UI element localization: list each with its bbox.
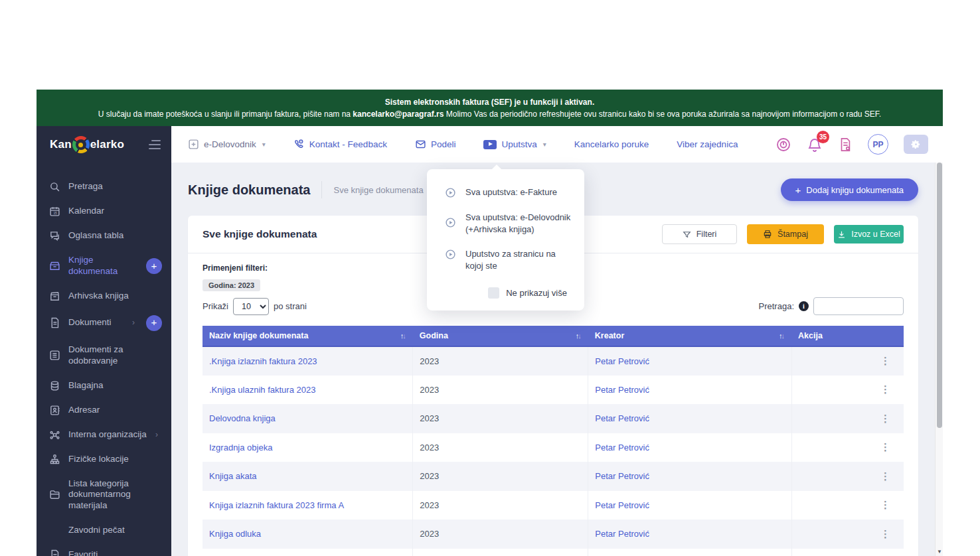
gear-icon	[911, 139, 921, 149]
row-actions-menu-icon[interactable]: ⋮	[880, 441, 891, 452]
row-actions-menu-icon[interactable]: ⋮	[880, 355, 891, 366]
plus-icon: +	[795, 184, 801, 196]
creator-link[interactable]: Petar Petrović	[595, 356, 649, 366]
sidebar-item-dokumenti-za-odobravanje[interactable]: Dokumenti za odobravanje	[37, 338, 171, 374]
top-navigation-bar: e-Delovodnik ▾ Kontakt - Feedback Podeli…	[171, 126, 943, 163]
settings-gear-button[interactable]	[904, 135, 928, 154]
book-name-link[interactable]: .Knjiga ulaznih faktura 2023	[209, 385, 315, 395]
filters-button[interactable]: Filteri	[662, 224, 737, 244]
app-logo[interactable]: Kan elarko	[50, 136, 124, 153]
sidebar-item-kalendar[interactable]: 15 Kalendar	[37, 199, 171, 224]
sort-icon[interactable]: ↑↓	[400, 332, 408, 340]
year-cell: 2023	[413, 376, 588, 405]
add-book-quick-button[interactable]: +	[146, 258, 162, 274]
book-name-link[interactable]: Knjiga odluka	[209, 529, 261, 539]
dropdown-item-uputstvo-stranica[interactable]: Uputstvo za stranicu na kojoj ste	[427, 242, 584, 278]
creator-link[interactable]: Petar Petrović	[595, 529, 649, 539]
notifications-bell-icon[interactable]: 35	[807, 137, 823, 153]
nav-kontakt-feedback[interactable]: Kontakt - Feedback	[293, 139, 387, 150]
per-page-select[interactable]: 10	[233, 298, 269, 315]
nav-podeli[interactable]: Podeli	[415, 139, 456, 150]
sidebar-item-fizicke-lokacije[interactable]: Fizičke lokacije	[37, 447, 171, 472]
sidebar-item-arhivska-knjiga[interactable]: Arhivska knjiga	[37, 284, 171, 309]
book-name-link[interactable]: Knjiga izlaznih faktura 2023 firma A	[209, 500, 344, 510]
search-icon	[49, 181, 61, 192]
sidebar-item-blagajna[interactable]: Blagajna	[37, 374, 171, 398]
approval-list-icon	[49, 350, 61, 361]
chevron-down-icon: ▾	[543, 141, 546, 148]
sidebar-item-adresar[interactable]: Adresar	[37, 398, 171, 423]
column-header-akcija: Akcija	[791, 326, 904, 346]
calendar-icon: 15	[49, 206, 61, 217]
book-name-link[interactable]: Knjiga akata	[209, 471, 257, 481]
table-row: Knjiga akata 2023 Petar Petrović ⋮	[203, 462, 904, 491]
play-circle-icon	[445, 187, 456, 198]
row-actions-menu-icon[interactable]: ⋮	[880, 528, 891, 539]
dont-show-again-checkbox[interactable]	[488, 287, 499, 299]
card-title: Sve knjige dokumenata	[203, 228, 317, 240]
book-name-link[interactable]: Izgradnja objeka	[209, 443, 272, 452]
sidebar-item-interna-organizacija[interactable]: Interna organizacija ›	[37, 423, 171, 447]
row-actions-menu-icon[interactable]: ⋮	[880, 413, 891, 424]
support-icon[interactable]	[776, 137, 791, 153]
creator-link[interactable]: Petar Petrović	[595, 413, 649, 423]
vertical-scrollbar[interactable]: ▼	[935, 163, 943, 556]
scrollbar-down-arrow[interactable]: ▼	[937, 549, 942, 555]
chevron-right-icon: ›	[155, 430, 162, 440]
nav-viber-zajednica[interactable]: Viber zajednica	[677, 139, 738, 149]
sidebar-item-favoriti[interactable]: Favoriti	[37, 543, 171, 556]
sort-icon[interactable]: ↑↓	[576, 332, 583, 340]
dont-show-again-label: Ne prikazuj više	[506, 288, 567, 298]
creator-link[interactable]: Petar Petrović	[595, 500, 649, 510]
table-row: Knjiga odluka 2023 Petar Petrović ⋮	[203, 520, 904, 549]
sidebar-item-zavodni-pecat[interactable]: Zavodni pečat	[37, 518, 171, 543]
sidebar-nav: Pretraga 15 Kalendar Oglasna tabla Knjig…	[37, 163, 171, 556]
sidebar-item-knjige-dokumenata[interactable]: Knjige dokumenata +	[37, 248, 171, 284]
scrollbar-thumb[interactable]	[937, 163, 942, 428]
cash-icon	[49, 380, 61, 391]
nav-e-delovodnik[interactable]: e-Delovodnik ▾	[188, 139, 266, 150]
sidebar-collapse-icon[interactable]	[149, 140, 161, 149]
export-excel-button[interactable]: Izvoz u Excel	[834, 225, 904, 243]
row-actions-menu-icon[interactable]: ⋮	[880, 470, 891, 482]
dropdown-item-edelovodnik[interactable]: Sva uputstva: e-Delovodnik (+Arhivska kn…	[427, 205, 584, 242]
row-actions-menu-icon[interactable]: ⋮	[880, 383, 891, 395]
bulletin-board-icon	[49, 230, 61, 242]
dropdown-item-efakture[interactable]: Sva uputstva: e-Fakture	[427, 180, 584, 205]
year-cell: 2023	[413, 491, 588, 520]
table-row: Knjiga izlaznih faktura 2023 firma A 202…	[203, 491, 904, 520]
sidebar-item-pretraga[interactable]: Pretraga	[37, 174, 171, 199]
year-cell: 2023	[413, 346, 588, 376]
nav-uputstva[interactable]: Uputstva ▾	[483, 139, 546, 149]
creator-link[interactable]: Petar Petrović	[595, 471, 649, 481]
divider	[321, 181, 322, 198]
user-avatar[interactable]: PP	[868, 134, 888, 155]
book-name-link[interactable]: Delovodna knjiga	[209, 413, 276, 423]
chevron-down-icon: ▾	[262, 141, 266, 148]
add-book-button[interactable]: + Dodaj knjigu dokumenata	[781, 178, 918, 201]
add-document-quick-button[interactable]: +	[146, 315, 162, 331]
book-name-link[interactable]: .Knjiga izlaznih faktura 2023	[209, 356, 317, 366]
sort-icon[interactable]: ↑↓	[779, 332, 786, 340]
sidebar-item-lista-kategorija[interactable]: Lista kategorija dokumentarnog materijal…	[37, 472, 171, 519]
support-email[interactable]: kancelarko@paragraf.rs	[353, 109, 444, 119]
column-header-naziv[interactable]: Naziv knjige dokumenata↑↓	[203, 326, 413, 346]
row-actions-menu-icon[interactable]: ⋮	[880, 499, 891, 510]
search-input[interactable]	[813, 297, 904, 315]
column-header-kreator[interactable]: Kreator↑↓	[588, 326, 791, 346]
creator-link[interactable]: Petar Petrović	[595, 443, 649, 452]
svg-text:15: 15	[53, 212, 57, 215]
sidebar-item-dokumenti[interactable]: Dokumenti › +	[37, 309, 171, 338]
app-window: Sistem elektronskih faktura (SEF) je u f…	[37, 90, 943, 556]
mail-icon	[415, 139, 426, 150]
column-header-godina[interactable]: Godina↑↓	[413, 326, 588, 346]
search-label: Pretraga:	[759, 301, 794, 311]
document-add-icon[interactable]	[838, 137, 853, 153]
info-icon[interactable]: i	[799, 301, 809, 311]
year-cell: 2023	[413, 433, 588, 462]
nav-kancelarko-poruke[interactable]: Kancelarko poruke	[574, 139, 649, 149]
creator-link[interactable]: Petar Petrović	[595, 385, 649, 395]
phone-icon	[293, 139, 305, 150]
print-button[interactable]: Štampaj	[747, 224, 824, 244]
sidebar-item-oglasna-tabla[interactable]: Oglasna tabla	[37, 224, 171, 248]
